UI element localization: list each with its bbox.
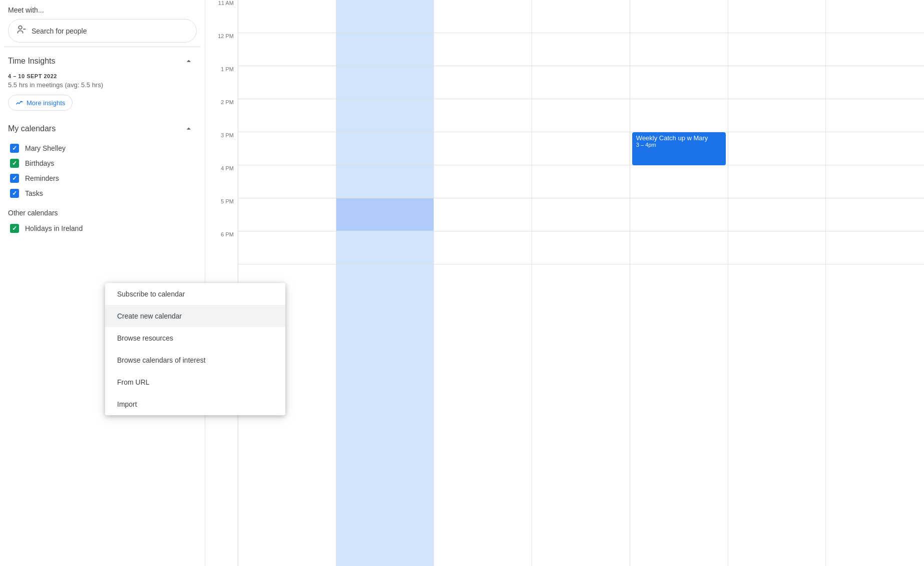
- checkbox-reminders: ✓: [10, 174, 19, 183]
- other-calendars-title: Other calendars: [8, 209, 58, 217]
- time-label-1pm: 1 PM: [205, 66, 238, 99]
- my-calendars-section: My calendars ✓ Mary Shelley ✓ Birthdays …: [4, 117, 201, 205]
- calendar-name-mary-shelley: Mary Shelley: [25, 144, 66, 152]
- day-column-thu: Weekly Catch up w Mary 3 – 4pm: [630, 0, 728, 566]
- time-label-3pm: 3 PM: [205, 132, 238, 165]
- checkbox-birthdays: ✓: [10, 159, 19, 168]
- dropdown-from-url[interactable]: From URL: [105, 371, 285, 393]
- svg-point-0: [19, 26, 22, 30]
- checkbox-holidays: ✓: [10, 224, 19, 233]
- event-weekly-catchup[interactable]: Weekly Catch up w Mary 3 – 4pm: [632, 132, 726, 165]
- other-calendars-header: Other calendars: [8, 209, 197, 217]
- my-calendars-collapse-button[interactable]: [181, 121, 197, 137]
- day-column-tue: [434, 0, 532, 566]
- sparkline-icon: [16, 99, 24, 107]
- calendar-item-reminders[interactable]: ✓ Reminders: [8, 171, 197, 186]
- calendar-name-birthdays: Birthdays: [25, 159, 54, 167]
- calendar-name-tasks: Tasks: [25, 189, 43, 197]
- time-label-12pm: 12 PM: [205, 33, 238, 66]
- checkmark-icon-holidays: ✓: [12, 225, 17, 232]
- more-insights-button[interactable]: More insights: [8, 95, 73, 111]
- time-insights-title: Time Insights: [8, 57, 56, 66]
- meet-with-label: Meet with...: [8, 6, 197, 14]
- dropdown-create-new-calendar[interactable]: Create new calendar: [105, 305, 285, 327]
- meet-with-section: Meet with... Search for people: [4, 0, 201, 47]
- checkbox-tasks: ✓: [10, 189, 19, 198]
- checkbox-mary-shelley: ✓: [10, 144, 19, 153]
- time-label-4pm: 4 PM: [205, 165, 238, 198]
- checkmark-icon-tasks: ✓: [12, 190, 17, 197]
- time-label-11am: 11 AM: [205, 0, 238, 33]
- time-label-6pm: 6 PM: [205, 231, 238, 264]
- my-calendars-header: My calendars: [8, 121, 197, 137]
- search-people-icon: [17, 25, 27, 37]
- checkmark-icon: ✓: [12, 145, 17, 152]
- time-grid: 11 AM 12 PM 1 PM 2 PM 3 PM 4 PM 5 PM 6 P…: [205, 0, 924, 566]
- time-insights-collapse-button[interactable]: [181, 53, 197, 69]
- day-column-mon: [336, 0, 434, 566]
- calendar-item-tasks[interactable]: ✓ Tasks: [8, 186, 197, 201]
- search-people-label: Search for people: [32, 27, 87, 35]
- checkmark-icon-birthdays: ✓: [12, 160, 17, 167]
- other-calendars-section: Other calendars ✓ Holidays in Ireland: [4, 205, 201, 240]
- time-label-2pm: 2 PM: [205, 99, 238, 132]
- calendar-name-reminders: Reminders: [25, 174, 59, 182]
- calendar-item-birthdays[interactable]: ✓ Birthdays: [8, 156, 197, 171]
- dropdown-browse-resources[interactable]: Browse resources: [105, 327, 285, 349]
- more-insights-label: More insights: [27, 99, 65, 107]
- dropdown-import[interactable]: Import: [105, 393, 285, 415]
- dropdown-subscribe-calendar[interactable]: Subscribe to calendar: [105, 283, 285, 305]
- dropdown-browse-calendars-interest[interactable]: Browse calendars of interest: [105, 349, 285, 371]
- add-calendar-dropdown: Subscribe to calendar Create new calenda…: [105, 283, 285, 415]
- time-insights-date-range: 4 – 10 SEPT 2022: [8, 73, 197, 79]
- checkmark-icon-reminders: ✓: [12, 175, 17, 182]
- time-insights-header: Time Insights: [8, 53, 197, 69]
- time-label-5pm: 5 PM: [205, 198, 238, 231]
- time-insights-hours: 5.5 hrs in meetings (avg: 5.5 hrs): [8, 81, 197, 89]
- calendar-main: 11 AM 12 PM 1 PM 2 PM 3 PM 4 PM 5 PM 6 P…: [205, 0, 924, 566]
- day-column-fri: [728, 0, 826, 566]
- event-time: 3 – 4pm: [636, 142, 722, 148]
- calendar-item-mary-shelley[interactable]: ✓ Mary Shelley: [8, 141, 197, 156]
- day-columns: Weekly Catch up w Mary 3 – 4pm: [238, 0, 924, 566]
- event-title: Weekly Catch up w Mary: [636, 134, 722, 142]
- day-column-wed: [532, 0, 630, 566]
- time-insights-section: Time Insights 4 – 10 SEPT 2022 5.5 hrs i…: [4, 47, 201, 117]
- calendar-name-holidays: Holidays in Ireland: [25, 224, 83, 232]
- day-column-sat: [826, 0, 924, 566]
- sidebar: Meet with... Search for people Time Insi…: [0, 0, 205, 566]
- calendar-item-holidays[interactable]: ✓ Holidays in Ireland: [8, 221, 197, 236]
- my-calendars-title: My calendars: [8, 124, 56, 133]
- search-people-button[interactable]: Search for people: [8, 19, 197, 43]
